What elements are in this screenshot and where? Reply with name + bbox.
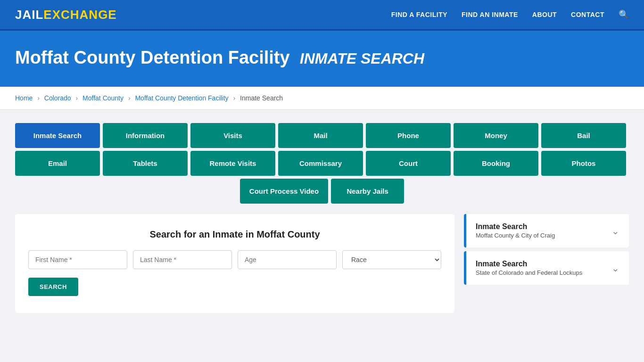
sidebar-item-title-1: Inmate Search: [476, 222, 555, 231]
breadcrumb-home[interactable]: Home: [15, 94, 33, 102]
tab-commissary[interactable]: Commissary: [278, 151, 363, 176]
site-logo[interactable]: JAILEXCHANGE: [15, 8, 117, 22]
breadcrumb-facility[interactable]: Moffat County Detention Facility: [135, 94, 228, 102]
body-layout: Search for an Inmate in Moffat County Ra…: [15, 214, 629, 313]
breadcrumb-moffat-county[interactable]: Moffat County: [83, 94, 124, 102]
breadcrumb: Home › Colorado › Moffat County › Moffat…: [0, 87, 644, 110]
find-inmate-link[interactable]: FIND AN INMATE: [462, 11, 518, 18]
hero-section: Moffat County Detention Facility INMATE …: [0, 31, 644, 87]
sidebar-item-subtitle-2: State of Colorado and Federal Lockups: [476, 269, 582, 276]
tab-mail[interactable]: Mail: [278, 123, 363, 148]
sidebar-item-subtitle-1: Moffat County & City of Craig: [476, 232, 555, 239]
logo-jail: JAIL: [15, 8, 43, 22]
nav-links: FIND A FACILITY FIND AN INMATE ABOUT CON…: [391, 9, 629, 20]
tab-remote-visits[interactable]: Remote Visits: [190, 151, 275, 176]
tab-information[interactable]: Information: [103, 123, 188, 148]
search-fields: Race White Black Hispanic Asian Other: [28, 250, 441, 269]
find-facility-link[interactable]: FIND A FACILITY: [391, 11, 447, 18]
tab-visits[interactable]: Visits: [190, 123, 275, 148]
navbar: JAILEXCHANGE FIND A FACILITY FIND AN INM…: [0, 0, 644, 31]
sidebar: Inmate Search Moffat County & City of Cr…: [464, 214, 629, 288]
chevron-down-icon: ⌄: [611, 225, 619, 237]
tab-inmate-search[interactable]: Inmate Search: [15, 123, 100, 148]
tabs-row-1: Inmate Search Information Visits Mail Ph…: [15, 123, 629, 148]
breadcrumb-current: Inmate Search: [240, 94, 283, 102]
sidebar-inmate-search-moffat[interactable]: Inmate Search Moffat County & City of Cr…: [464, 214, 629, 247]
sidebar-item-title-2: Inmate Search: [476, 260, 582, 268]
tab-bail[interactable]: Bail: [541, 123, 626, 148]
tabs-row-3: Court Process Video Nearby Jails: [15, 179, 629, 204]
main-content: Inmate Search Information Visits Mail Ph…: [0, 110, 644, 326]
tab-nearby-jails[interactable]: Nearby Jails: [331, 179, 404, 204]
breadcrumb-colorado[interactable]: Colorado: [44, 94, 71, 102]
search-button[interactable]: SEARCH: [28, 278, 78, 296]
race-select[interactable]: Race White Black Hispanic Asian Other: [342, 250, 441, 269]
tab-email[interactable]: Email: [15, 151, 100, 176]
search-section: Search for an Inmate in Moffat County Ra…: [15, 214, 454, 313]
age-input[interactable]: [238, 250, 337, 269]
logo-exchange: EXCHANGE: [43, 8, 116, 22]
sidebar-inmate-search-colorado[interactable]: Inmate Search State of Colorado and Fede…: [464, 251, 629, 285]
tab-money[interactable]: Money: [454, 123, 538, 148]
last-name-input[interactable]: [133, 250, 232, 269]
tab-court-process-video[interactable]: Court Process Video: [240, 179, 328, 204]
tabs-row-2: Email Tablets Remote Visits Commissary C…: [15, 151, 629, 176]
search-title: Search for an Inmate in Moffat County: [28, 229, 441, 240]
about-link[interactable]: ABOUT: [532, 11, 557, 18]
chevron-down-icon-2: ⌄: [611, 263, 619, 274]
search-icon[interactable]: 🔍: [619, 9, 629, 20]
tab-phone[interactable]: Phone: [366, 123, 451, 148]
tab-court[interactable]: Court: [366, 151, 451, 176]
tab-tablets[interactable]: Tablets: [103, 151, 188, 176]
page-title: Moffat County Detention Facility INMATE …: [15, 48, 629, 68]
tab-booking[interactable]: Booking: [454, 151, 538, 176]
first-name-input[interactable]: [28, 250, 127, 269]
contact-link[interactable]: CONTACT: [571, 11, 604, 18]
tab-photos[interactable]: Photos: [541, 151, 626, 176]
